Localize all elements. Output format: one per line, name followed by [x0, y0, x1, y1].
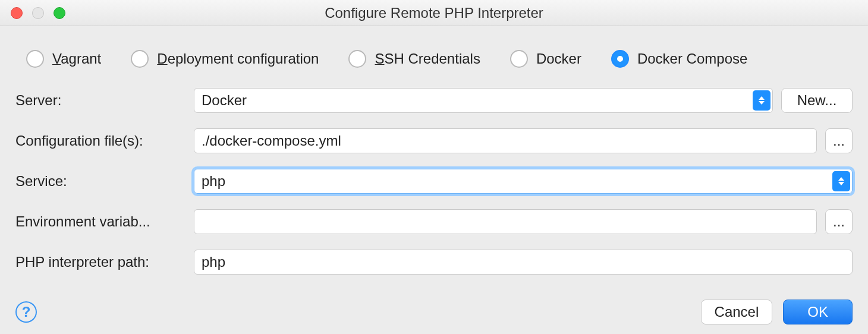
radio-docker[interactable]: Docker	[510, 50, 581, 68]
browse-config-button[interactable]: ...	[825, 128, 853, 153]
radio-label: Docker Compose	[637, 51, 747, 67]
server-select[interactable]: Docker	[194, 88, 773, 113]
cancel-button[interactable]: Cancel	[701, 300, 773, 324]
radio-deployment[interactable]: Deployment configuration	[131, 50, 319, 68]
minimize-window-icon[interactable]	[32, 7, 44, 19]
interpreter-type-group: Vagrant Deployment configuration SSH Cre…	[0, 26, 868, 82]
service-label: Service:	[15, 173, 188, 190]
radio-icon	[131, 50, 149, 68]
ok-button[interactable]: OK	[783, 300, 853, 324]
service-value: php	[202, 173, 225, 190]
radio-label: SSH Credentials	[375, 51, 480, 67]
form: Server: Docker New... Configuration file…	[0, 82, 868, 275]
radio-icon	[348, 50, 366, 68]
radio-label: Vagrant	[52, 51, 101, 67]
server-value: Docker	[202, 92, 247, 109]
radio-label: Docker	[536, 51, 581, 67]
php-path-input[interactable]: php	[194, 250, 853, 275]
window-title: Configure Remote PHP Interpreter	[325, 5, 543, 21]
radio-label: Deployment configuration	[157, 51, 319, 67]
radio-vagrant[interactable]: Vagrant	[26, 50, 101, 68]
new-server-button[interactable]: New...	[781, 88, 853, 113]
radio-docker-compose[interactable]: Docker Compose	[611, 50, 747, 68]
zoom-window-icon[interactable]	[54, 7, 65, 19]
config-files-value: ./docker-compose.yml	[202, 133, 341, 149]
browse-env-button[interactable]: ...	[825, 209, 853, 234]
window-controls	[11, 7, 65, 19]
config-files-label: Configuration file(s):	[15, 133, 188, 149]
help-button[interactable]: ?	[15, 301, 37, 323]
close-window-icon[interactable]	[11, 7, 23, 19]
radio-icon	[611, 50, 629, 68]
config-files-input[interactable]: ./docker-compose.yml	[194, 128, 817, 153]
title-bar: Configure Remote PHP Interpreter	[0, 0, 868, 26]
env-vars-input[interactable]	[194, 209, 817, 234]
php-path-label: PHP interpreter path:	[15, 254, 188, 270]
chevron-updown-icon	[832, 171, 850, 191]
radio-icon	[510, 50, 528, 68]
server-label: Server:	[15, 92, 188, 109]
service-select[interactable]: php	[194, 169, 853, 194]
dialog-footer: ? Cancel OK	[0, 300, 868, 324]
env-vars-label: Environment variab...	[15, 213, 188, 230]
chevron-updown-icon	[753, 90, 770, 111]
radio-ssh[interactable]: SSH Credentials	[348, 50, 480, 68]
radio-icon	[26, 50, 44, 68]
php-path-value: php	[202, 254, 225, 270]
